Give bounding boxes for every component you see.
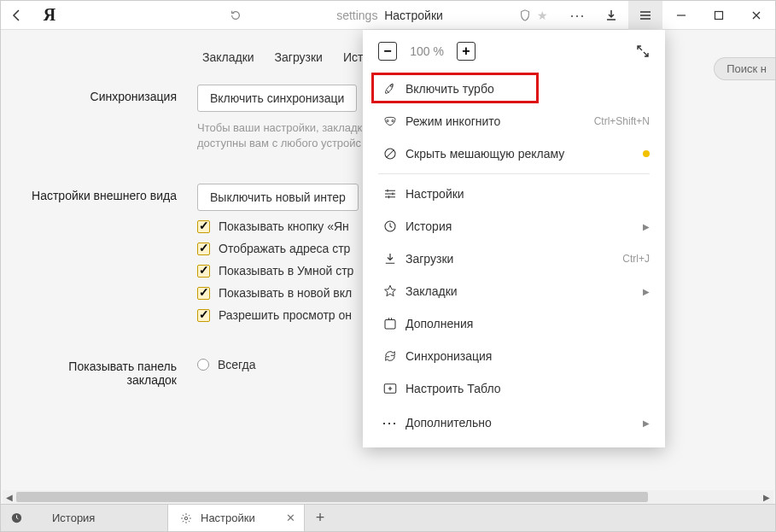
search-input[interactable]: Поиск н bbox=[714, 57, 775, 80]
window-controls bbox=[662, 1, 775, 30]
minimize-button[interactable] bbox=[662, 1, 700, 30]
svg-point-6 bbox=[184, 517, 188, 520]
menu-button[interactable] bbox=[628, 1, 662, 30]
star-outline-icon bbox=[378, 284, 402, 299]
menu-downloads[interactable]: Загрузки Ctrl+J bbox=[363, 243, 665, 275]
menu-separator bbox=[378, 173, 650, 174]
clock-icon[interactable] bbox=[1, 505, 32, 531]
back-button[interactable] bbox=[1, 1, 33, 30]
chevron-right-icon: ▶ bbox=[643, 287, 650, 296]
nav-downloads[interactable]: Загрузки bbox=[275, 50, 323, 64]
menu-history[interactable]: История ▶ bbox=[363, 210, 665, 243]
svg-rect-0 bbox=[715, 11, 723, 19]
shortcut-text: Ctrl+J bbox=[622, 253, 650, 265]
sync-icon bbox=[378, 348, 402, 364]
menu-tablo[interactable]: Настроить Табло bbox=[363, 372, 665, 405]
menu-more[interactable]: ⋯ Дополнительно ▶ bbox=[363, 405, 665, 441]
svg-rect-3 bbox=[385, 320, 395, 330]
tab-history[interactable]: История bbox=[32, 505, 168, 531]
toolbar-right: ⋯ bbox=[560, 1, 662, 30]
download-icon bbox=[378, 251, 402, 266]
section-appearance-label: Настройки внешнего вида bbox=[26, 184, 197, 322]
tab-label: Настройки bbox=[201, 512, 255, 524]
horizontal-scrollbar[interactable]: ◀ ▶ bbox=[3, 490, 773, 504]
tab-label: История bbox=[52, 512, 95, 524]
scroll-thumb[interactable] bbox=[16, 492, 648, 502]
zoom-value: 100 % bbox=[397, 44, 457, 58]
dots-icon: ⋯ bbox=[378, 413, 402, 432]
mask-icon bbox=[378, 114, 402, 129]
status-dot bbox=[643, 150, 650, 157]
omnibox-text: settings Настройки bbox=[336, 9, 443, 22]
maximize-button[interactable] bbox=[700, 1, 738, 30]
yandex-logo[interactable]: Я bbox=[33, 1, 66, 30]
new-tab-button[interactable]: + bbox=[305, 505, 335, 531]
menu-sync[interactable]: Синхронизация bbox=[363, 340, 665, 372]
tab-close-button[interactable]: ✕ bbox=[286, 512, 295, 524]
disable-new-ui-button[interactable]: Выключить новый интер bbox=[197, 184, 359, 211]
menu-turbo[interactable]: Включить турбо bbox=[363, 73, 665, 105]
scroll-right-arrow[interactable]: ▶ bbox=[760, 493, 773, 502]
menu-settings[interactable]: Настройки bbox=[363, 178, 665, 210]
tablo-icon bbox=[378, 381, 402, 396]
chevron-right-icon: ▶ bbox=[643, 222, 650, 231]
section-sync-label: Синхронизация bbox=[26, 85, 197, 151]
tab-bar: История Настройки ✕ + bbox=[1, 504, 775, 531]
top-toolbar: Я settings Настройки ★ ⋯ bbox=[1, 1, 775, 30]
enable-sync-button[interactable]: Включить синхронизаци bbox=[197, 85, 357, 112]
shield-icon[interactable] bbox=[519, 9, 531, 21]
tab-settings[interactable]: Настройки ✕ bbox=[168, 505, 305, 531]
downloads-button[interactable] bbox=[594, 1, 628, 30]
star-icon[interactable]: ★ bbox=[537, 9, 548, 22]
checkbox-icon bbox=[197, 243, 210, 255]
more-button[interactable]: ⋯ bbox=[560, 1, 594, 30]
chevron-right-icon: ▶ bbox=[643, 418, 650, 428]
rocket-icon bbox=[378, 81, 402, 96]
checkbox-icon bbox=[197, 265, 210, 278]
scroll-track[interactable] bbox=[16, 490, 760, 504]
radio-icon bbox=[197, 359, 209, 371]
menu-addons[interactable]: Дополнения bbox=[363, 307, 665, 340]
menu-incognito[interactable]: Режим инкогнито Ctrl+Shift+N bbox=[363, 105, 665, 137]
section-bookmarks-bar-label: Показывать панель закладок bbox=[26, 354, 197, 387]
menu-adblock[interactable]: Скрыть мешающую рекламу bbox=[363, 137, 665, 170]
main-menu: − 100 % + Включить турбо Режим инкогнито… bbox=[363, 30, 665, 447]
block-icon bbox=[378, 146, 402, 161]
zoom-in-button[interactable]: + bbox=[457, 42, 476, 61]
checkbox-icon bbox=[197, 220, 210, 233]
fullscreen-button[interactable] bbox=[636, 44, 650, 58]
history-icon bbox=[378, 219, 402, 234]
nav-history[interactable]: Ист bbox=[343, 50, 363, 64]
menu-bookmarks[interactable]: Закладки ▶ bbox=[363, 275, 665, 307]
gear-icon bbox=[180, 512, 192, 524]
zoom-out-button[interactable]: − bbox=[378, 42, 397, 61]
checkbox-icon bbox=[197, 309, 210, 322]
omnibox[interactable]: settings Настройки ★ bbox=[225, 3, 555, 27]
close-button[interactable] bbox=[738, 1, 775, 30]
addons-icon bbox=[378, 316, 402, 331]
shortcut-text: Ctrl+Shift+N bbox=[594, 115, 650, 127]
zoom-row: − 100 % + bbox=[363, 37, 665, 73]
nav-bookmarks[interactable]: Закладки bbox=[202, 50, 254, 64]
scroll-left-arrow[interactable]: ◀ bbox=[3, 493, 16, 502]
sliders-icon bbox=[378, 186, 402, 202]
reload-icon[interactable] bbox=[230, 9, 242, 21]
checkbox-icon bbox=[197, 287, 210, 300]
